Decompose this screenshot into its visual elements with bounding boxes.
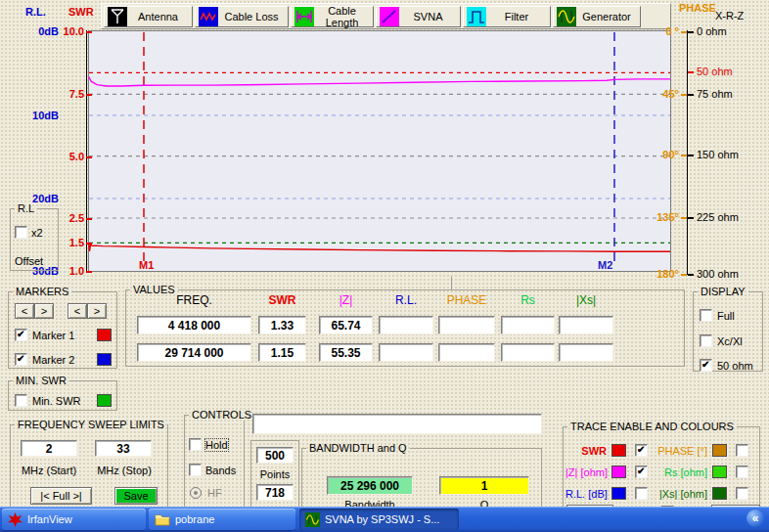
generator-button[interactable]: Generator xyxy=(553,6,641,27)
antenna-button[interactable]: Antenna xyxy=(104,6,193,27)
min-swr-color-swatch[interactable] xyxy=(97,394,112,407)
values-header-phase: PHASE xyxy=(438,293,495,307)
trace-rs-swatch[interactable] xyxy=(712,466,727,478)
display-full-checkbox[interactable] xyxy=(700,309,712,322)
values-header-z: |Z| xyxy=(319,293,373,307)
marker2-prev-button[interactable]: < xyxy=(68,303,87,319)
points-count-input[interactable]: 500 xyxy=(256,447,294,464)
display-group: DISPLAY Full Xc/Xl 50 ohm xyxy=(693,286,763,372)
phase-tick-135: 135° xyxy=(648,211,679,223)
tray-collapse-button[interactable]: « xyxy=(746,510,764,527)
hold-label: Hold xyxy=(205,439,228,451)
ohm-tick-0: 0 ohm xyxy=(697,25,727,37)
trace-z-checkbox[interactable] xyxy=(635,466,648,478)
sweep-stop-input[interactable]: 33 xyxy=(95,440,152,457)
marker1-checkbox[interactable] xyxy=(15,329,27,341)
controls-group-title: CONTROLS xyxy=(189,409,254,421)
filter-icon xyxy=(467,7,486,26)
marker-label-m1[interactable]: M1 xyxy=(139,259,154,271)
trace-rl-swatch[interactable] xyxy=(611,487,626,500)
markers-group: MARKERS < > < > Marker 1 Marker 2 xyxy=(8,286,117,369)
trace-phase-swatch[interactable] xyxy=(712,444,727,457)
svna-app-icon xyxy=(305,512,320,527)
trace-rl-label: R.L. [dB] xyxy=(565,488,607,500)
hold-checkbox[interactable] xyxy=(189,438,202,451)
left-axis-line xyxy=(86,30,87,272)
sweep-start-input[interactable]: 2 xyxy=(21,440,77,457)
display-xcxl-checkbox[interactable] xyxy=(700,334,712,347)
value-xs-row1 xyxy=(559,316,613,334)
value-freq-row2: 29 714 000 xyxy=(137,343,251,362)
plot-area[interactable]: M1M2 xyxy=(88,30,671,272)
cable-length-button[interactable]: Cable Length xyxy=(291,6,374,27)
trace-phase-label: PHASE [°] xyxy=(656,445,707,457)
folder-icon xyxy=(155,512,170,526)
trace-swr-checkbox[interactable] xyxy=(635,444,648,457)
trace-xs-checkbox[interactable] xyxy=(736,487,748,500)
hf-label: HF xyxy=(207,487,222,499)
value-phase-row1 xyxy=(438,316,495,334)
values-header-freq: FREQ. xyxy=(137,293,251,307)
generator-button-label: Generator xyxy=(576,11,637,22)
rl-x2-checkbox[interactable] xyxy=(15,226,27,239)
value-swr-row2: 1.15 xyxy=(258,343,306,362)
min-swr-checkbox[interactable] xyxy=(15,394,27,407)
phase-axis-title: PHASE xyxy=(679,2,716,14)
trace-z xyxy=(89,77,670,87)
trace-z-swatch[interactable] xyxy=(611,466,626,478)
taskbar-item-irfanview[interactable]: IrfanView xyxy=(2,509,146,530)
hf-radio[interactable] xyxy=(190,487,202,499)
filter-button[interactable]: Filter xyxy=(463,6,551,27)
marker1-prev-button[interactable]: < xyxy=(15,303,34,319)
rl-tick-0db: 0dB xyxy=(20,25,59,37)
value-rs-row1 xyxy=(501,316,555,334)
bands-checkbox[interactable] xyxy=(189,464,202,476)
xrz-axis-title: X-R-Z xyxy=(715,10,744,22)
message-input[interactable] xyxy=(252,414,542,434)
taskbar-item-label: SVNA by SP3SWJ - S... xyxy=(325,513,439,525)
trace-xs-swatch[interactable] xyxy=(712,487,727,500)
taskbar-item-pobrane[interactable]: pobrane xyxy=(149,509,295,530)
swr-tick-7_5: 7.5 xyxy=(51,88,84,100)
marker1-next-button[interactable]: > xyxy=(34,303,54,319)
trace-rl-checkbox[interactable] xyxy=(635,487,648,500)
marker1-color-swatch[interactable] xyxy=(97,329,112,341)
phase-tick-45: 45° xyxy=(648,88,679,100)
trace-swr-swatch[interactable] xyxy=(611,444,626,457)
svna-button[interactable]: SVNA xyxy=(376,6,461,27)
value-xs-row2 xyxy=(559,343,613,362)
marker2-checkbox[interactable] xyxy=(15,353,27,366)
value-rl-row1 xyxy=(379,316,433,334)
trace-rs-checkbox[interactable] xyxy=(736,466,748,478)
trace-xs-label: |Xs| [ohm] xyxy=(656,488,707,500)
rl-tick-10db: 10dB xyxy=(20,110,59,121)
trace-swr xyxy=(89,243,670,251)
sweep-full-button[interactable]: |< Full >| xyxy=(30,487,92,505)
taskbar-item-svna[interactable]: SVNA by SP3SWJ - S... xyxy=(299,509,459,530)
marker2-next-button[interactable]: > xyxy=(87,303,107,319)
sweep-save-button[interactable]: Save xyxy=(114,487,158,505)
app-window: R.L. SWR Antenna Cable Loss Cable Length… xyxy=(0,0,769,532)
values-header-rl: R.L. xyxy=(379,293,433,307)
value-swr-row1: 1.33 xyxy=(258,316,306,334)
svna-button-label: SVNA xyxy=(399,11,457,22)
ohm-tick-50: 50 ohm xyxy=(697,66,733,77)
points-step-input[interactable]: 718 xyxy=(256,484,294,501)
min-swr-group: MIN. SWR Min. SWR xyxy=(8,375,117,411)
marker2-color-swatch[interactable] xyxy=(97,353,112,366)
display-xcxl-label: Xc/Xl xyxy=(717,335,743,347)
taskbar-item-label: IrfanView xyxy=(27,513,72,525)
rl-offset-label: Offset xyxy=(15,255,43,267)
values-header-rs: Rs xyxy=(501,293,555,307)
bandwidth-group-title: BANDWIDTH and Q xyxy=(306,442,410,454)
irfanview-icon xyxy=(8,512,23,527)
points-label: Points xyxy=(256,468,294,480)
marker-label-m2[interactable]: M2 xyxy=(598,259,612,271)
rl-offset-group: R.L x2 Offset xyxy=(10,202,59,271)
values-header-xs: |Xs| xyxy=(559,293,613,307)
trace-phase-checkbox[interactable] xyxy=(736,444,748,457)
display-50ohm-checkbox[interactable] xyxy=(700,359,712,372)
cable-loss-button[interactable]: Cable Loss xyxy=(195,6,289,27)
right-axis-line xyxy=(687,30,688,275)
trace-swr-label: SWR xyxy=(565,445,607,457)
